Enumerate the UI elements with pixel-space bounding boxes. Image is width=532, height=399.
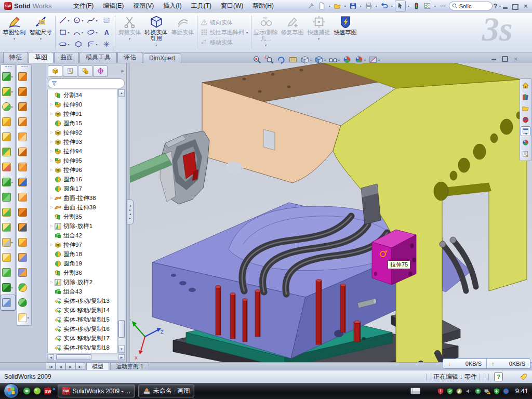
expand-arrow-icon[interactable]: ▷ xyxy=(49,112,54,116)
tree-item[interactable]: 分割34 xyxy=(48,90,117,100)
help-icon[interactable]: ? xyxy=(494,3,497,10)
repair-button[interactable]: 修复草图 xyxy=(279,14,305,51)
revolved-surface-button[interactable] xyxy=(17,84,31,99)
menu-item[interactable]: 工具(T) xyxy=(187,0,216,12)
tree-item[interactable]: 圆角17 xyxy=(48,184,117,193)
zoom-area-icon[interactable] xyxy=(264,55,274,64)
tree-item[interactable]: 圆角16 xyxy=(48,175,117,184)
tab-模型[interactable]: 模型 xyxy=(86,363,109,370)
taskbar-clock[interactable]: 9:41 xyxy=(515,387,528,395)
quick-tips-icon[interactable]: ? xyxy=(494,373,503,381)
volume-tray-icon[interactable] xyxy=(465,388,472,395)
graphics-area[interactable]: Y Z X 拉伸75 xyxy=(130,63,532,362)
tab-曲面[interactable]: 曲面 xyxy=(54,52,79,63)
update-badge-tray-icon[interactable] xyxy=(456,388,463,395)
region-tool[interactable] xyxy=(99,15,113,26)
extended-surface-button[interactable] xyxy=(17,144,31,159)
boundary-surface-button[interactable] xyxy=(17,175,31,190)
splitter-handle[interactable]: ◂▸◂▸ xyxy=(127,200,134,224)
snap-button[interactable]: 快速捕捉▾ xyxy=(305,14,332,51)
scroll-up-arrow[interactable]: ▲ xyxy=(118,89,125,97)
reference-geometry-button[interactable] xyxy=(1,250,15,265)
search-box[interactable]: Solic xyxy=(449,2,493,10)
combine-bodies-button[interactable] xyxy=(1,190,15,205)
text-tool[interactable]: A xyxy=(99,26,113,38)
tree-item[interactable]: 组合42 xyxy=(48,231,117,240)
panel-tab-dimxpert-manager[interactable] xyxy=(93,65,108,77)
thicken-button[interactable] xyxy=(17,235,31,250)
rect-tool[interactable]: ▾ xyxy=(57,26,71,38)
draw-mode-icon[interactable] xyxy=(288,55,298,64)
extruded-boss-button[interactable]: ▾ xyxy=(1,69,15,84)
tree-item[interactable]: ▷拉伸95 xyxy=(48,156,117,165)
start-button[interactable] xyxy=(4,383,19,398)
lofted-boss-button[interactable] xyxy=(1,144,15,159)
scene-icon[interactable]: ▾ xyxy=(354,55,366,64)
tab-特征[interactable]: 特征 xyxy=(3,52,28,63)
motion-nav-button[interactable]: ◀ xyxy=(56,363,65,370)
tree-item[interactable]: 实体-移动/复制17 xyxy=(48,334,117,343)
tree-item[interactable]: 实体-移动/复制18 xyxy=(48,343,117,352)
motion-nav-button[interactable]: |◀ xyxy=(46,363,56,370)
menu-item[interactable]: 编辑(E) xyxy=(98,0,128,12)
tree-item[interactable]: ▷切除-放样2 xyxy=(48,277,117,287)
doc-minimize-icon[interactable] xyxy=(491,59,496,60)
arc-tool[interactable]: ▾ xyxy=(71,26,85,38)
lofted-surface-button[interactable] xyxy=(17,114,31,129)
messenger-status-tray-icon[interactable] xyxy=(502,388,510,395)
messenger-green-icon[interactable] xyxy=(21,386,32,396)
parting-surface-button[interactable] xyxy=(17,250,31,265)
expand-arrow-icon[interactable]: ▷ xyxy=(49,205,54,209)
security-shield-green-tray-icon[interactable] xyxy=(446,388,454,395)
expand-arrow-icon[interactable]: ▷ xyxy=(49,196,54,200)
tree-item[interactable]: ▷拉伸90 xyxy=(48,100,117,109)
rotate-view-icon[interactable] xyxy=(276,55,286,64)
fillet-button[interactable]: ▾ xyxy=(1,99,15,114)
freeform-button[interactable]: ▾ xyxy=(17,310,31,325)
panel-tab-configuration-manager[interactable] xyxy=(78,65,92,77)
convert-button[interactable]: 转换实体引用▾ xyxy=(143,14,169,51)
tree-vertical-scrollbar[interactable]: ▲ ▼ xyxy=(118,89,125,353)
appearances-icon[interactable] xyxy=(342,55,352,64)
pin-icon[interactable] xyxy=(306,1,316,11)
linear-pattern-button[interactable]: ▾ xyxy=(1,175,15,190)
minimize-button[interactable] xyxy=(503,3,511,9)
scroll-right-arrow[interactable]: ▶ xyxy=(118,354,125,360)
offset-surface-button[interactable] xyxy=(17,190,31,205)
offset-button[interactable]: 等距实体 xyxy=(169,14,196,51)
tab-草图[interactable]: 草图 xyxy=(29,52,54,63)
panel-tabs-more[interactable]: » xyxy=(121,68,125,74)
hide-show-icon[interactable]: ▾ xyxy=(328,55,340,64)
solidworks-launcher-icon[interactable]: SW xyxy=(42,386,52,396)
dropdown-arrow-icon[interactable]: ▾ xyxy=(433,4,437,8)
zoom-fit-icon[interactable] xyxy=(252,55,262,64)
language-keyboard-icon[interactable] xyxy=(410,388,420,394)
motion-nav-button[interactable]: ▶| xyxy=(75,363,85,370)
task-pane-resources[interactable] xyxy=(521,81,530,90)
tree-item[interactable]: ▷拉伸94 xyxy=(48,147,117,156)
close-button[interactable]: × xyxy=(522,2,530,10)
motion-nav-button[interactable]: ▶ xyxy=(65,363,75,370)
tree-item[interactable]: 圆角18 xyxy=(48,249,117,259)
expand-arrow-icon[interactable]: ▷ xyxy=(49,130,54,135)
trim-button[interactable]: 剪裁实体▾ xyxy=(116,14,143,51)
panel-tab-property-manager[interactable] xyxy=(63,65,77,77)
menu-item[interactable]: 帮助(H) xyxy=(248,0,278,12)
expand-arrow-icon[interactable]: ▷ xyxy=(49,243,54,247)
dropdown-arrow-icon[interactable]: ▾ xyxy=(343,4,347,8)
tree-item[interactable]: ▷拉伸92 xyxy=(48,128,117,137)
tree-item[interactable]: ▷拉伸96 xyxy=(48,165,117,175)
tree-item[interactable]: ▷拉伸91 xyxy=(48,109,117,118)
split-body-button[interactable] xyxy=(1,205,15,220)
tab-运动算例 1[interactable]: 运动算例 1 xyxy=(110,363,149,370)
delete-face-button[interactable] xyxy=(17,220,31,235)
tree-item[interactable]: 实体-移动/复制13 xyxy=(48,296,117,305)
dropdown-arrow-icon[interactable]: ▾ xyxy=(359,4,363,8)
swept-boss-button[interactable] xyxy=(1,114,15,129)
expand-arrow-icon[interactable]: ▷ xyxy=(49,140,54,144)
move-copy-body-button[interactable] xyxy=(1,220,15,235)
doc-restore-icon[interactable] xyxy=(502,56,508,62)
tree-item[interactable]: 分割35 xyxy=(48,212,117,221)
panel-tab-features-manager[interactable] xyxy=(48,65,62,77)
ruled-surface-button[interactable] xyxy=(17,265,31,280)
